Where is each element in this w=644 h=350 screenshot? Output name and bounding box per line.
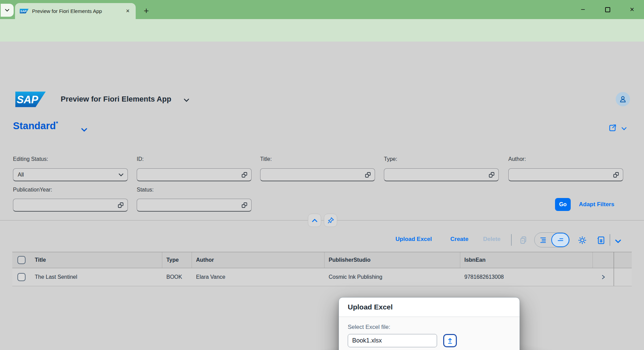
browser-navbar: 7ab63f61-d9c7-4bcf-9057-beead39881c1.aba… (0, 19, 644, 42)
dialog-body: Select Excel file: (339, 317, 520, 350)
svg-text:SAP: SAP (17, 94, 39, 105)
file-name-input[interactable] (348, 334, 437, 347)
cell-publisher: Cosmic Ink Publishing (325, 268, 460, 286)
expand-rows-icon (557, 236, 564, 244)
value-help-icon[interactable] (241, 202, 248, 209)
select-all-checkbox[interactable] (17, 256, 26, 264)
filter-label-editing-status: Editing Status: (13, 156, 48, 162)
row-navigation-chevron-icon[interactable] (593, 268, 614, 286)
filter-input-title[interactable] (260, 168, 375, 181)
filter-input-publicationyear[interactable] (13, 199, 128, 212)
variant-dirty-marker: * (56, 120, 58, 127)
column-header-gutter (614, 252, 632, 268)
filter-label-id: ID: (137, 156, 144, 162)
column-header-type[interactable]: Type (162, 252, 192, 268)
collapse-rows-segment[interactable] (535, 233, 551, 247)
column-header-nav (593, 252, 614, 268)
pin-filterbar-button[interactable] (324, 214, 337, 227)
value-help-icon[interactable] (488, 171, 495, 178)
column-header-publisherstudio[interactable]: PublisherStudio (325, 252, 460, 268)
row-select-cell (12, 268, 31, 286)
export-spreadsheet-icon[interactable] (596, 235, 605, 245)
go-button[interactable]: Go (555, 198, 571, 211)
person-icon (618, 95, 627, 104)
collapse-filterbar-button[interactable] (308, 214, 321, 227)
filter-input-author[interactable] (508, 168, 623, 181)
minimize-button[interactable]: − (579, 5, 587, 14)
browser-tab[interactable]: SAP Preview for Fiori Elements App × (15, 3, 136, 19)
upload-arrow-icon (446, 337, 454, 345)
filter-select-editing-status[interactable]: All (13, 168, 128, 181)
file-select-label: Select Excel file: (348, 324, 511, 331)
cell-isbn: 9781682613008 (460, 268, 593, 286)
create-button[interactable]: Create (450, 236, 468, 243)
filter-label-type: Type: (384, 156, 397, 162)
books-table: Title Type Author PublisherStudio IsbnEa… (12, 252, 632, 286)
chevron-down-icon (118, 172, 124, 178)
chevron-up-icon (311, 217, 318, 224)
page-title: Preview for Fiori Elements App (61, 95, 171, 104)
delete-button: Delete (483, 236, 500, 243)
user-avatar-button[interactable] (616, 92, 630, 106)
adapt-filters-link[interactable]: Adapt Filters (579, 201, 614, 208)
close-window-button[interactable]: × (628, 5, 636, 14)
share-menu-chevron-icon[interactable] (621, 125, 627, 132)
expand-rows-segment[interactable] (551, 233, 569, 247)
cell-type: BOOK (162, 268, 192, 286)
row-gutter (614, 268, 632, 286)
row-checkbox[interactable] (17, 273, 26, 281)
gear-icon[interactable] (578, 235, 587, 245)
column-header-isbnean[interactable]: IsbnEan (460, 252, 593, 268)
window-controls: − × (579, 0, 644, 19)
maximize-button[interactable] (603, 5, 612, 14)
sap-favicon: SAP (20, 9, 29, 14)
filter-label-author: Author: (508, 156, 526, 162)
filter-label-publicationyear: PublicationYear: (13, 187, 52, 193)
value-help-icon[interactable] (613, 171, 619, 178)
dialog-title: Upload Excel (348, 303, 393, 311)
table-header-row: Title Type Author PublisherStudio IsbnEa… (12, 252, 632, 268)
filterbar-divider (0, 220, 644, 220)
filter-input-status[interactable] (137, 199, 252, 212)
table-row[interactable]: The Last Sentinel BOOK Elara Vance Cosmi… (12, 268, 632, 286)
browser-titlebar: SAP Preview for Fiori Elements App × + −… (0, 0, 644, 19)
fiori-app-page: SAP Preview for Fiori Elements App Stand… (0, 42, 644, 350)
tab-close-button[interactable]: × (124, 7, 131, 15)
filter-input-type[interactable] (384, 168, 499, 181)
svg-text:SAP: SAP (20, 10, 26, 13)
cell-author: Elara Vance (192, 268, 325, 286)
column-header-author[interactable]: Author (192, 252, 325, 268)
filter-label-title: Title: (260, 156, 272, 162)
tab-title: Preview for Fiori Elements App (32, 8, 121, 14)
cell-title: The Last Sentinel (31, 268, 162, 286)
upload-excel-toolbar-button[interactable]: Upload Excel (395, 236, 432, 243)
row-display-segmented-control (534, 232, 570, 247)
app-title-chevron-icon[interactable] (183, 97, 190, 104)
dialog-header: Upload Excel (339, 298, 520, 317)
maximize-icon (605, 7, 610, 12)
variant-title[interactable]: Standard* (13, 120, 58, 132)
value-help-icon[interactable] (241, 171, 248, 178)
column-header-title[interactable]: Title (31, 252, 162, 268)
collapse-rows-icon (539, 236, 547, 244)
select-all-cell (12, 252, 31, 268)
filter-input-id[interactable] (137, 168, 252, 181)
tab-search-button[interactable] (1, 4, 14, 17)
upload-excel-dialog: Upload Excel Select Excel file: Upload E… (339, 297, 520, 350)
copy-icon (519, 235, 528, 245)
value-help-icon[interactable] (117, 202, 124, 209)
filter-select-value: All (18, 172, 118, 178)
new-tab-button[interactable]: + (140, 5, 152, 16)
filter-label-status: Status: (137, 187, 154, 193)
file-browse-button[interactable] (443, 334, 457, 347)
variant-chevron-icon[interactable] (80, 126, 88, 134)
toolbar-separator (511, 234, 512, 246)
value-help-icon[interactable] (364, 171, 371, 178)
table-menu-chevron-icon[interactable] (614, 238, 622, 245)
share-icon[interactable] (608, 123, 617, 133)
sap-logo: SAP (15, 91, 46, 108)
tab-search-chevron-icon (4, 7, 10, 13)
pin-icon (327, 217, 334, 224)
toolbar-separator (610, 234, 610, 246)
